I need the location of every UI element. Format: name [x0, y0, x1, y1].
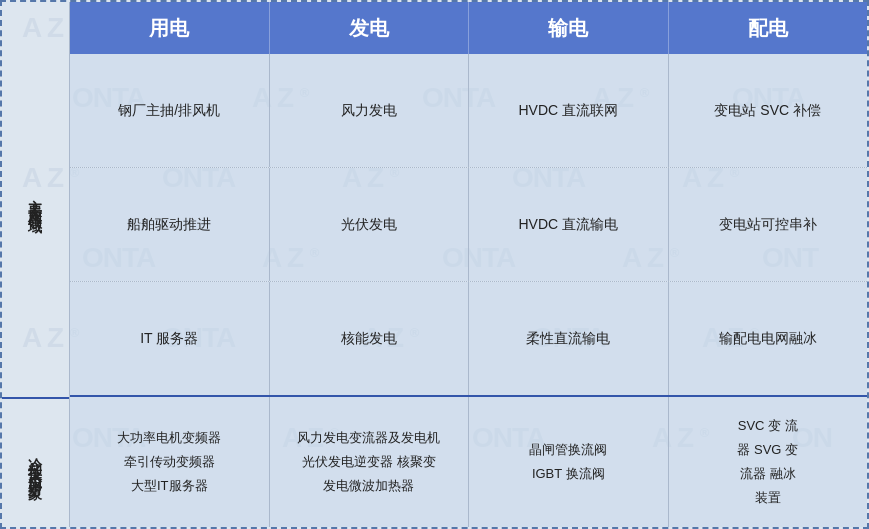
app-cell-1-1: 钢厂主抽/排风机	[70, 54, 270, 167]
app-cell-3-1: IT 服务器	[70, 282, 270, 395]
tech-label: 冷却技术应用对象	[27, 447, 45, 479]
tech-section: 大功率电机变频器 牵引传动变频器 大型IT服务器 风力发电变流器及发电机 光伏发…	[70, 397, 867, 527]
main-app-label: 主要应用领域	[27, 188, 45, 212]
header-cell-yongdian: 用电	[70, 2, 270, 54]
tech-cell-1: 大功率电机变频器 牵引传动变频器 大型IT服务器	[70, 397, 270, 527]
app-cell-3-2: 核能发电	[270, 282, 470, 395]
header-cell-peidian: 配电	[669, 2, 868, 54]
app-row-2: 船舶驱动推进 光伏发电 HVDC 直流输电 变电站可控串补	[70, 168, 867, 282]
app-row-3: IT 服务器 核能发电 柔性直流输电 输配电电网融冰	[70, 282, 867, 395]
tech-label-area: 冷却技术应用对象	[2, 397, 69, 527]
tech-cell-2: 风力发电变流器及发电机 光伏发电逆变器 核聚变 发电微波加热器	[270, 397, 470, 527]
content-area: 钢厂主抽/排风机 风力发电 HVDC 直流联网 变电站 SVC 补偿 船	[70, 54, 867, 527]
main-container: A Z ® ONTAZ A Z ® ONTAZ A Z ® ONT ONTA A…	[0, 0, 869, 529]
app-cell-2-3: HVDC 直流输电	[469, 168, 669, 281]
apps-section: 钢厂主抽/排风机 风力发电 HVDC 直流联网 变电站 SVC 补偿 船	[70, 54, 867, 397]
header-cell-fadian: 发电	[270, 2, 470, 54]
main-grid: 用电 发电 输电 配电 钢厂主抽/排风机	[70, 2, 867, 527]
tech-cell-3: 晶闸管换流阀 IGBT 换流阀	[469, 397, 669, 527]
app-cell-2-4: 变电站可控串补	[669, 168, 868, 281]
app-cell-1-4: 变电站 SVC 补偿	[669, 54, 868, 167]
app-cell-1-2: 风力发电	[270, 54, 470, 167]
app-cell-2-1: 船舶驱动推进	[70, 168, 270, 281]
header-row: 用电 发电 输电 配电	[70, 2, 867, 54]
app-cell-1-3: HVDC 直流联网	[469, 54, 669, 167]
app-cell-3-3: 柔性直流输电	[469, 282, 669, 395]
main-app-label-area: 主要应用领域	[2, 2, 69, 397]
app-cell-2-2: 光伏发电	[270, 168, 470, 281]
left-labels-column: 主要应用领域 冷却技术应用对象	[2, 2, 70, 527]
header-cell-shudian: 输电	[469, 2, 669, 54]
tech-cell-4: SVC 变 流 器 SVG 变 流器 融冰 装置	[669, 397, 868, 527]
app-cell-3-4: 输配电电网融冰	[669, 282, 868, 395]
app-row-1: 钢厂主抽/排风机 风力发电 HVDC 直流联网 变电站 SVC 补偿	[70, 54, 867, 168]
